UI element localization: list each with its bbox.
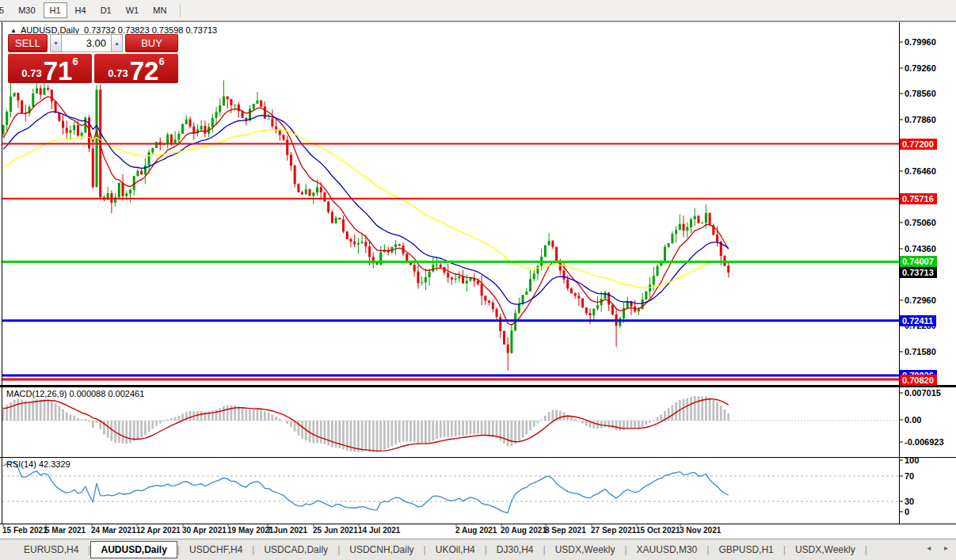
tab-divider: | xyxy=(865,544,867,555)
tab-scroll-arrows: ◂ ▸ xyxy=(916,543,948,552)
price-axis-label: -0.006923 xyxy=(905,437,944,447)
tab-bar: EURUSD,H4|AUDUSD,Daily|USDCHF,H4|USDCAD,… xyxy=(0,539,956,560)
time-axis-label: 24 Mar 2021 xyxy=(91,526,136,535)
price-axis-label: 0.76460 xyxy=(905,166,936,176)
chart-tab-usdx-weekly[interactable]: USDX,Weekly xyxy=(546,542,625,558)
price-axis-label: 100 xyxy=(905,455,919,465)
time-axis-label: 20 Aug 2021 xyxy=(501,526,547,535)
price-line-badge: 0.77200 xyxy=(900,139,937,150)
time-axis-label: 15 Feb 2021 xyxy=(2,526,48,535)
chart-tab-usdcnh-daily[interactable]: USDCNH,Daily xyxy=(340,542,423,558)
buy-price-small: 0.73 xyxy=(108,67,128,79)
price-axis-label: 0.71580 xyxy=(905,347,936,356)
volume-input[interactable] xyxy=(62,34,111,52)
time-axis-label: 14 Jul 2021 xyxy=(358,526,400,535)
price-axis-label: 0.77860 xyxy=(905,115,936,124)
sell-button[interactable]: SELL xyxy=(8,34,48,52)
price-axis-label: 0 xyxy=(905,507,909,516)
price-axis-label: 0.72960 xyxy=(905,295,936,305)
price-line-badge: 0.72411 xyxy=(900,315,936,326)
sell-price-big: 71 xyxy=(44,60,73,82)
chart-tab-usdx-weekly[interactable]: USDX,Weekly xyxy=(786,542,865,558)
time-axis-label: 7 Jun 2021 xyxy=(267,526,307,535)
price-axis-label: 0.78560 xyxy=(905,89,936,98)
macd-histogram xyxy=(2,396,898,452)
collapse-icon[interactable]: ▲ xyxy=(10,27,17,34)
tab-scroll-right-icon[interactable]: ▸ xyxy=(944,543,948,552)
trade-panel-prices: 0.73 71 6 0.73 72 6 xyxy=(8,54,178,83)
time-axis-label: 12 Apr 2021 xyxy=(136,526,181,535)
grid-ticks xyxy=(3,42,903,527)
buy-price-display[interactable]: 0.73 72 6 xyxy=(94,54,178,83)
price-line-badge: 0.75716 xyxy=(900,193,937,204)
horizontal-lines xyxy=(2,144,899,379)
price-axis-label: 30 xyxy=(905,497,914,506)
price-axis-label: 0.00 xyxy=(905,415,921,425)
time-axis-label: 8 Sep 2021 xyxy=(545,526,586,535)
price-line-badge: 0.73713 xyxy=(900,267,937,278)
rsi-line xyxy=(3,462,729,512)
chart-tab-gbpusd-h1[interactable]: GBPUSD,H1 xyxy=(709,542,783,558)
trade-panel: SELL ▼ ▲ BUY 0.73 71 6 0.73 72 6 xyxy=(8,34,178,83)
time-axis-label: 25 Jun 2021 xyxy=(313,526,358,535)
buy-button[interactable]: BUY xyxy=(125,34,178,52)
panel-borders[interactable] xyxy=(0,22,956,525)
rsi-label: RSI(14) 42.3329 xyxy=(6,459,70,469)
time-axis-label: 2 Aug 2021 xyxy=(455,526,497,535)
buy-price-sup: 6 xyxy=(158,55,164,67)
time-axis-label: 15 Oct 2021 xyxy=(636,526,680,535)
chart-tab-usdcad-daily[interactable]: USDCAD,Daily xyxy=(254,542,337,558)
trade-panel-controls: SELL ▼ ▲ BUY xyxy=(8,34,178,52)
price-axis-label: 70 xyxy=(905,471,914,481)
macd-label: MACD(12,26,9) 0.000088 0.002461 xyxy=(6,389,144,398)
price-axis-label: 0.75060 xyxy=(905,218,936,227)
time-axis-label: 5 Mar 2021 xyxy=(45,526,86,535)
sell-price-sup: 6 xyxy=(72,55,78,67)
sell-price-display[interactable]: 0.73 71 6 xyxy=(8,54,92,83)
price-axis-label: 0.007015 xyxy=(905,388,941,398)
volume-increase-icon[interactable]: ▲ xyxy=(111,34,123,52)
price-line-badge: 0.70820 xyxy=(900,375,937,386)
page-root: 5M30H1H4D1W1MN ▲AUDUSD,Daily 0.73732 0.7… xyxy=(0,0,956,560)
tab-scroll-left-icon[interactable]: ◂ xyxy=(927,543,931,552)
chart-tab-eurusd-h4[interactable]: EURUSD,H4 xyxy=(14,542,88,558)
rsi-panel-lines xyxy=(2,476,898,501)
volume-decrease-icon[interactable]: ▼ xyxy=(50,34,62,52)
price-axis-label: 0.79960 xyxy=(905,37,936,47)
time-axis-label: 27 Sep 2021 xyxy=(591,526,636,535)
chart-tab-xauusd-m30[interactable]: XAUUSD,M30 xyxy=(627,542,707,558)
chart-tab-usdchf-h4[interactable]: USDCHF,H4 xyxy=(180,542,252,558)
sell-price-small: 0.73 xyxy=(21,67,41,79)
time-axis-label: 30 Apr 2021 xyxy=(182,526,227,535)
chart-tab-audusd-daily[interactable]: AUDUSD,Daily xyxy=(90,541,177,558)
price-line-badge: 0.74007 xyxy=(900,256,937,267)
price-axis-label: 0.79260 xyxy=(905,63,936,73)
volume-stepper: ▼ ▲ xyxy=(50,34,123,52)
buy-price-big: 72 xyxy=(130,60,159,82)
chart-tab-dj30-h4[interactable]: DJ30,H4 xyxy=(487,542,543,558)
candles-layer xyxy=(2,78,730,371)
price-axis-label: 0.74360 xyxy=(905,244,936,253)
chart-tab-ukoil-h4[interactable]: UKOil,H4 xyxy=(426,542,485,558)
time-axis-label: 3 Nov 2021 xyxy=(680,526,721,535)
